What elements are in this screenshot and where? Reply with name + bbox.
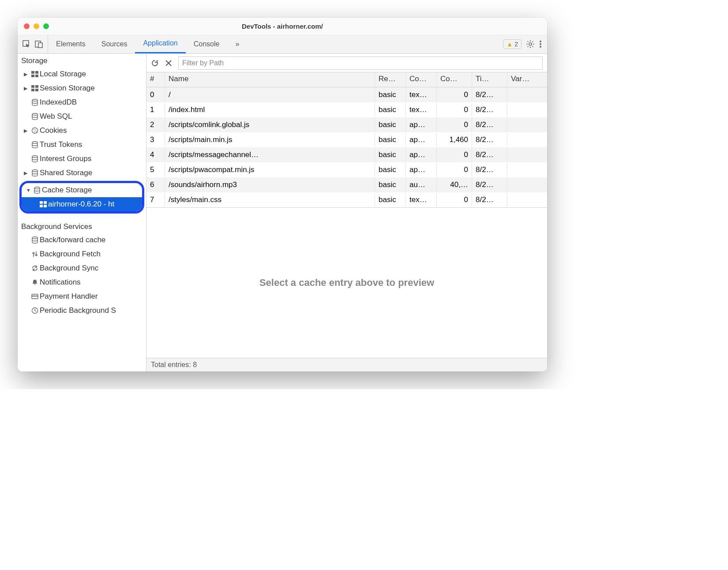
panel-body: Storage ▶Local Storage▶Session StorageIn… [18,54,547,371]
sidebar-item-label: Local Storage [40,70,86,79]
sidebar-item[interactable]: ▶Shared Storage [18,166,146,180]
col-name[interactable]: Name [165,72,375,87]
cell-content-type: ap… [406,148,437,161]
card-icon [30,293,40,300]
filter-input[interactable] [178,56,543,70]
col-response[interactable]: Re… [375,72,406,87]
svg-rect-28 [40,205,43,207]
svg-point-6 [540,46,541,48]
sidebar-item-cache-storage[interactable]: ▼ Cache Storage [22,183,142,197]
svg-point-23 [32,156,38,158]
sidebar-item[interactable]: ▶Session Storage [18,81,146,95]
cache-toolbar [146,54,547,72]
cell-content-length: 0 [437,193,472,206]
tab-console[interactable]: Console [186,34,228,53]
col-vary[interactable]: Var… [507,72,547,87]
sidebar-item[interactable]: Periodic Background S [18,304,146,318]
cell-name: /scripts/messagechannel… [165,148,375,161]
table-row[interactable]: 1/index.htmlbasictex…08/2… [146,102,547,117]
cell-name: / [165,88,375,101]
cell-response: basic [375,193,406,206]
sidebar-item[interactable]: Background Sync [18,261,146,275]
grid-icon [30,85,40,91]
cell-name: /index.html [165,103,375,116]
table-footer: Total entries: 8 [146,358,547,371]
svg-point-19 [35,130,36,131]
col-content-type[interactable]: Co… [406,72,437,87]
tab-application[interactable]: Application [135,34,185,53]
warnings-badge[interactable]: ▲ 2 [503,39,522,49]
clear-icon[interactable] [165,60,172,67]
cell-vary [507,93,547,97]
inspect-icon[interactable] [22,40,31,49]
sidebar-item-label: Back/forward cache [40,236,105,244]
col-content-length[interactable]: Co… [437,72,472,87]
sidebar-item-label: Interest Groups [40,154,91,163]
cell-index: 2 [146,118,165,131]
cell-time: 8/2… [472,178,507,191]
tab-elements[interactable]: Elements [48,34,94,53]
preview-message: Select a cache entry above to preview [259,277,434,289]
svg-point-16 [32,113,38,115]
cell-response: basic [375,148,406,161]
cell-vary [507,123,547,127]
db-icon [30,113,40,120]
cell-content-length: 0 [437,163,472,176]
warning-count: 2 [514,41,518,48]
table-row[interactable]: 6/sounds/airhorn.mp3basicau…40,…8/2… [146,177,547,192]
cell-time: 8/2… [472,193,507,206]
sidebar-item[interactable]: IndexedDB [18,95,146,109]
sidebar-item[interactable]: Notifications [18,275,146,289]
sync-icon [30,265,40,272]
sidebar: Storage ▶Local Storage▶Session StorageIn… [18,54,146,371]
table-row[interactable]: 2/scripts/comlink.global.jsbasicap…08/2… [146,117,547,132]
tab-more[interactable]: » [227,34,247,53]
sidebar-item[interactable]: ▶Local Storage [18,67,146,81]
cell-index: 5 [146,163,165,176]
sidebar-item[interactable]: ▶Cookies [18,124,146,138]
svg-point-30 [32,237,38,239]
sidebar-item[interactable]: Background Fetch [18,247,146,261]
cell-content-type: ap… [406,163,437,176]
sidebar-item[interactable]: Web SQL [18,109,146,124]
cell-content-length: 0 [437,118,472,131]
chevron-icon: ▶ [24,170,30,176]
cell-response: basic [375,88,406,101]
sidebar-item[interactable]: Interest Groups [18,152,146,166]
col-time[interactable]: Ti… [472,72,507,87]
sidebar-cache-entry[interactable]: airhorner-0.6.20 - ht [22,197,142,211]
cell-content-type: tex… [406,88,437,101]
cell-name: /scripts/comlink.global.js [165,118,375,131]
col-index[interactable]: # [146,72,165,87]
svg-rect-29 [44,205,47,207]
table-row[interactable]: 3/scripts/main.min.jsbasicap…1,4608/2… [146,132,547,147]
svg-point-25 [34,187,40,189]
more-menu-icon[interactable] [539,40,542,49]
tab-sources[interactable]: Sources [94,34,135,53]
main-panel: # Name Re… Co… Co… Ti… Var… 0/basictex…0… [146,54,547,371]
table-row[interactable]: 7/styles/main.cssbasictex…08/2… [146,192,547,207]
svg-point-17 [32,128,38,134]
cell-name: /styles/main.css [165,193,375,206]
sidebar-item[interactable]: Trust Tokens [18,138,146,152]
window-title: DevTools - airhorner.com/ [18,22,547,30]
settings-icon[interactable] [526,40,535,49]
cell-vary [507,198,547,202]
svg-point-5 [540,43,541,45]
svg-point-22 [32,142,38,143]
sidebar-item[interactable]: Payment Handler [18,289,146,304]
refresh-icon[interactable] [151,59,159,67]
cell-name: /sounds/airhorn.mp3 [165,178,375,191]
svg-rect-9 [31,75,34,77]
chevron-down-icon: ▼ [26,188,32,193]
table-row[interactable]: 0/basictex…08/2… [146,87,547,102]
titlebar: DevTools - airhorner.com/ [18,18,547,34]
table-row[interactable]: 5/scripts/pwacompat.min.jsbasicap…08/2… [146,162,547,177]
table-row[interactable]: 4/scripts/messagechannel…basicap…08/2… [146,147,547,162]
chevron-icon: ▶ [24,86,30,91]
svg-rect-12 [35,85,38,88]
device-toggle-icon[interactable] [34,40,43,49]
preview-placeholder: Select a cache entry above to preview [146,207,547,358]
cell-content-type: ap… [406,118,437,131]
sidebar-item[interactable]: Back/forward cache [18,233,146,247]
